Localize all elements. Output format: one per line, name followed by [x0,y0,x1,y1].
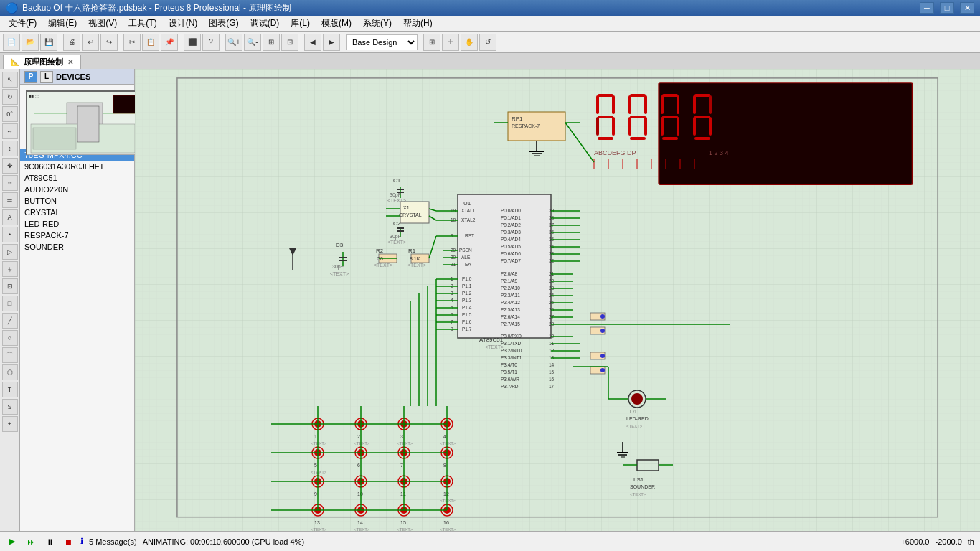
svg-text:17: 17 [549,384,555,389]
device-item-6[interactable]: LED-RED [20,218,134,230]
cut-button[interactable]: ✂ [123,34,141,51]
tb-extra1[interactable]: ◀ [304,34,321,51]
svg-text:RESPACK-7: RESPACK-7 [512,123,540,128]
draw-line[interactable]: ╱ [2,313,18,329]
svg-text:<TEXT>: <TEXT> [374,263,392,268]
undo-button[interactable]: ↩ [82,34,99,51]
schematic-tab[interactable]: 📐 原理图绘制 ✕ [3,55,81,69]
redo-button[interactable]: ↪ [100,34,118,51]
mirror-h[interactable]: ↔ [2,123,18,139]
title-bar-left: 🔵 Backup Of 十六路抢答器.pdsbak - Proteus 8 Pr… [6,2,291,14]
symbol-tool[interactable]: S [2,399,18,415]
svg-text:P1.5: P1.5 [462,312,472,317]
svg-text:XTAL1: XTAL1 [461,208,476,213]
svg-text:LED-RED: LED-RED [626,416,649,421]
crosshair-button[interactable]: ✛ [442,34,459,51]
new-button[interactable]: 📄 [3,34,20,51]
svg-text:15: 15 [549,369,555,375]
close-button[interactable]: ✕ [960,2,974,14]
menu-help[interactable]: 帮助(H) [397,16,438,31]
svg-text:P0.0/AD0: P0.0/AD0 [501,208,521,213]
device-item-1[interactable]: 9C06031A30R0JLHFT [20,161,134,172]
wire-tool[interactable]: ╌ [2,175,18,191]
svg-point-315 [600,354,605,358]
power-tool[interactable]: ⏚ [2,261,18,277]
device-item-8[interactable]: SOUNDER [20,241,134,253]
mirror-v[interactable]: ↕ [2,141,18,156]
play-button[interactable]: ▶ [6,535,19,548]
pick-button[interactable]: ? [202,34,220,51]
svg-text:<TEXT>: <TEXT> [397,441,413,446]
block-button[interactable]: ⬛ [184,34,201,51]
svg-text:P2.4/A12: P2.4/A12 [501,300,520,305]
animating-status: ANIMATING: 00:00:10.600000 (CPU load 4%) [143,537,304,546]
copy-button[interactable]: 📋 [142,34,159,51]
draw-ellipse[interactable]: ○ [2,330,18,346]
menu-debug[interactable]: 调试(D) [245,16,286,31]
tb-extra2[interactable]: ▶ [323,34,340,51]
open-button[interactable]: 📂 [22,34,39,51]
pick-library-btn[interactable]: P [24,71,37,83]
step-button[interactable]: ⏭ [24,535,37,548]
menu-library[interactable]: 库(L) [285,16,316,31]
svg-rect-17 [612,95,615,114]
rotate-cw[interactable]: ↻ [2,89,18,105]
zoom-in-button[interactable]: 🔍+ [225,34,242,51]
move-tool[interactable]: ✥ [2,158,18,174]
draw-rect[interactable]: □ [2,296,18,311]
svg-text:P3.4/T0: P3.4/T0 [501,362,517,367]
bus-tool[interactable]: ═ [2,192,18,208]
menu-system[interactable]: 系统(Y) [357,16,397,31]
menu-edit[interactable]: 编辑(E) [42,16,83,31]
menu-design[interactable]: 设计(N) [163,16,204,31]
design-dropdown[interactable]: Base Design Schematic [346,34,418,50]
menu-graph[interactable]: 图表(G) [203,16,244,31]
menu-tools[interactable]: 工具(T) [123,16,162,31]
zoom-all-button[interactable]: ⊡ [281,34,298,51]
menu-file[interactable]: 文件(F) [3,16,42,31]
device-item-3[interactable]: AUDIO220N [20,184,134,195]
maximize-button[interactable]: □ [940,2,954,14]
add-tool[interactable]: + [2,416,18,432]
device-item-5[interactable]: CRYSTAL [20,207,134,218]
title-bar-controls[interactable]: ─ □ ✕ [920,2,974,14]
print-button[interactable]: 🖨 [63,34,80,51]
draw-poly[interactable]: ⬡ [2,364,18,380]
menu-template[interactable]: 模版(M) [316,16,357,31]
junction-tool[interactable]: • [2,227,18,242]
stop-button[interactable]: ⏹ [62,535,75,548]
grid-button[interactable]: ⊞ [423,34,440,51]
canvas-area[interactable]: ABCDEFG DP 1 2 3 4 RP1 RESPACK-7 [135,69,980,531]
angle-btn[interactable]: 0° [2,106,18,122]
svg-text:P1.7: P1.7 [462,326,472,331]
device-item-4[interactable]: BUTTON [20,195,134,207]
svg-text:P1.2: P1.2 [462,291,472,296]
component-tool[interactable]: ⊡ [2,278,18,294]
svg-rect-37 [693,95,696,114]
refresh-button[interactable]: ↺ [479,34,496,51]
device-item-7[interactable]: RESPACK-7 [20,230,134,241]
zoom-fit-button[interactable]: ⊞ [263,34,280,51]
paste-button[interactable]: 📌 [161,34,178,51]
text-tool[interactable]: T [2,382,18,397]
svg-text:P0.3/AD3: P0.3/AD3 [501,230,521,235]
draw-arc[interactable]: ⌒ [2,347,18,363]
device-item-2[interactable]: AT89C51 [20,172,134,184]
list-btn[interactable]: L [40,71,53,83]
label-tool[interactable]: A [2,209,18,225]
port-tool[interactable]: ▷ [2,244,18,260]
select-tool[interactable]: ↖ [2,72,18,88]
zoom-out-button[interactable]: 🔍- [244,34,261,51]
tab-close-button[interactable]: ✕ [67,58,73,66]
svg-text:P3.7/RD: P3.7/RD [501,384,519,389]
svg-text:16: 16 [443,520,449,525]
svg-point-297 [631,393,643,405]
pause-button[interactable]: ⏸ [43,535,56,548]
pan-button[interactable]: ✋ [461,34,478,51]
svg-text:8.1K: 8.1K [410,256,420,261]
minimize-button[interactable]: ─ [920,2,934,14]
svg-point-311 [600,314,605,319]
menu-view[interactable]: 视图(V) [83,16,123,31]
save-button[interactable]: 💾 [40,34,57,51]
svg-text:P0.6/AD6: P0.6/AD6 [501,251,521,256]
